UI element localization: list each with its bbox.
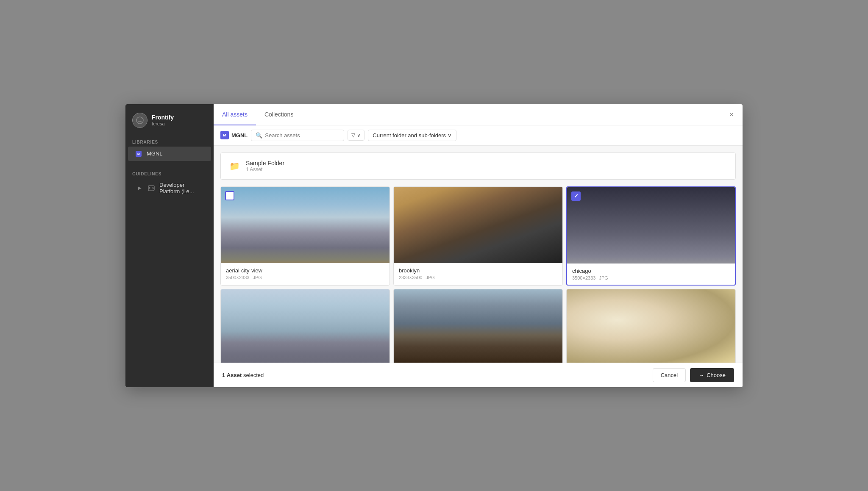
- main-content: All assets Collections × M MGNL 🔍 ▽ ∨: [214, 104, 743, 387]
- asset-card[interactable]: brooklyn 2333×3500 JPG: [393, 186, 563, 286]
- folder-info: Sample Folder 1 Asset: [246, 160, 284, 172]
- source-name: MGNL: [231, 132, 248, 139]
- asset-meta: 3500×2333 JPG: [572, 275, 730, 280]
- developer-platform-icon: [147, 184, 155, 192]
- asset-info: chicago 3500×2333 JPG: [567, 264, 735, 285]
- chevron-right-icon: ▶: [138, 186, 142, 190]
- libraries-label: Libraries: [125, 136, 214, 146]
- choose-label: Choose: [707, 372, 726, 378]
- asset-thumbnail: [567, 187, 735, 264]
- search-bar: M MGNL 🔍 ▽ ∨ Current folder and sub-fold…: [214, 125, 743, 146]
- folder-filter-button[interactable]: Current folder and sub-folders ∨: [368, 130, 456, 141]
- asset-thumbnail: [221, 187, 389, 263]
- folder-count: 1 Asset: [246, 166, 284, 172]
- folder-filter-label: Current folder and sub-folders: [373, 132, 446, 139]
- svg-point-0: [136, 117, 143, 124]
- choose-button[interactable]: → Choose: [690, 368, 734, 382]
- guidelines-label: Guidelines: [125, 168, 214, 178]
- asset-thumbnail: [221, 289, 389, 363]
- folder-icon: 📁: [229, 161, 240, 171]
- sidebar-item-developer-label: Developer Platform (Le...: [159, 182, 204, 194]
- bottom-actions: Cancel → Choose: [653, 368, 734, 382]
- asset-dimensions: 3500×2333: [572, 275, 595, 280]
- search-icon: 🔍: [256, 132, 262, 139]
- asset-format: JPG: [426, 275, 434, 280]
- selection-unit-word: Asset: [227, 372, 242, 378]
- source-label: M MGNL: [220, 131, 248, 139]
- asset-format: JPG: [253, 275, 262, 280]
- close-button[interactable]: ×: [727, 108, 736, 120]
- search-input[interactable]: [265, 132, 339, 139]
- asset-card[interactable]: nyc-winter 3000×2250 JPG: [393, 289, 563, 363]
- sidebar-header: Frontify teresa: [125, 104, 214, 136]
- sidebar: Frontify teresa Libraries M MGNL Guideli…: [125, 104, 214, 387]
- selection-status: 1 Asset selected: [222, 372, 264, 378]
- asset-card[interactable]: chicago 3500×2333 JPG: [566, 186, 736, 286]
- asset-grid: aerial-city-view 3500×2333 JPG brooklyn: [220, 186, 736, 363]
- asset-info: brooklyn 2333×3500 JPG: [394, 263, 562, 284]
- asset-thumbnail: [567, 289, 735, 363]
- asset-format: JPG: [599, 275, 608, 280]
- sidebar-item-mgnl[interactable]: M MGNL: [128, 147, 211, 161]
- filter-icon: ▽: [351, 132, 355, 138]
- search-input-wrapper[interactable]: 🔍: [251, 130, 344, 141]
- tab-all-assets[interactable]: All assets: [214, 104, 256, 125]
- asset-dimensions: 2333×3500: [399, 275, 422, 280]
- asset-thumbnail: [394, 289, 562, 363]
- svg-rect-3: [148, 186, 154, 191]
- asset-picker-modal: Frontify teresa Libraries M MGNL Guideli…: [125, 104, 743, 387]
- asset-card[interactable]: city 3500×2333 JPG: [220, 289, 390, 363]
- asset-name: brooklyn: [399, 267, 557, 274]
- bottom-bar: 1 Asset selected Cancel → Choose: [214, 363, 743, 387]
- asset-dimensions: 3500×2333: [226, 275, 249, 280]
- source-icon: M: [220, 131, 229, 139]
- sidebar-item-developer-platform[interactable]: ▶ Developer Platform (Le...: [128, 178, 211, 198]
- asset-grid-wrapper: 📁 Sample Folder 1 Asset aerial-city-view: [214, 146, 743, 363]
- tab-collections[interactable]: Collections: [256, 104, 302, 125]
- filter-chevron: ∨: [357, 132, 361, 138]
- folder-filter-chevron: ∨: [448, 132, 452, 139]
- cancel-button[interactable]: Cancel: [653, 368, 686, 382]
- svg-text:M: M: [137, 153, 140, 155]
- user-info: Frontify teresa: [152, 114, 174, 126]
- avatar: [132, 113, 147, 128]
- asset-checkbox[interactable]: [225, 191, 234, 200]
- sidebar-item-mgnl-label: MGNL: [147, 150, 163, 157]
- asset-info: aerial-city-view 3500×2333 JPG: [221, 263, 389, 284]
- app-name: Frontify: [152, 114, 174, 121]
- username: teresa: [152, 121, 174, 126]
- asset-checkbox[interactable]: [571, 191, 581, 201]
- folder-item[interactable]: 📁 Sample Folder 1 Asset: [220, 153, 736, 180]
- asset-meta: 3500×2333 JPG: [226, 275, 384, 280]
- mgnl-icon: M: [135, 150, 142, 158]
- selection-count: 1: [222, 372, 225, 378]
- folder-name: Sample Folder: [246, 160, 284, 166]
- filter-button[interactable]: ▽ ∨: [348, 130, 364, 141]
- asset-name: aerial-city-view: [226, 267, 384, 274]
- asset-meta: 2333×3500 JPG: [399, 275, 557, 280]
- selection-suffix: selected: [243, 372, 264, 378]
- tab-bar: All assets Collections ×: [214, 104, 743, 125]
- asset-name: chicago: [572, 268, 730, 274]
- asset-card[interactable]: aerial-city-view 3500×2333 JPG: [220, 186, 390, 286]
- choose-arrow: →: [698, 372, 704, 378]
- asset-card[interactable]: spring 3000×2000 JPG: [566, 289, 736, 363]
- asset-thumbnail: [394, 187, 562, 263]
